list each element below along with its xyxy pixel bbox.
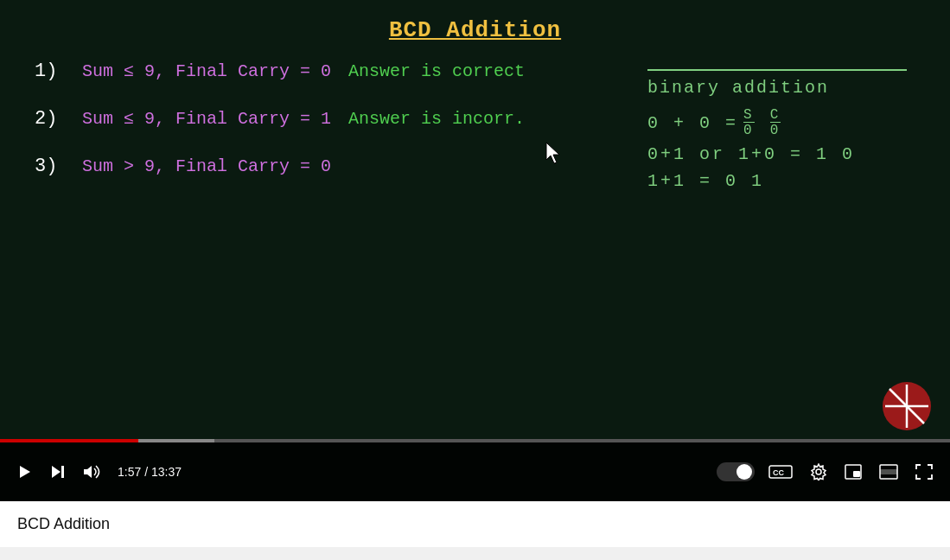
left-content: 1) Sum ≤ 9, Final Carry = 0 Answer is co… (26, 60, 647, 430)
video-page-title: BCD Addition (17, 515, 933, 533)
cc-button[interactable]: CC (765, 461, 796, 483)
autoplay-toggle[interactable] (717, 462, 755, 481)
progress-bar[interactable] (0, 439, 950, 442)
svg-point-10 (816, 469, 821, 474)
page-wrapper: BCD Addition 1) Sum ≤ 9, Final Carry = 0… (0, 0, 950, 547)
binary-row-2: 0+1 or 1+0 = 1 0 (647, 144, 907, 164)
video-title: BCD Addition (26, 17, 924, 43)
progress-buffered (138, 439, 214, 442)
item-number-3: 3) (35, 156, 65, 177)
miniplayer-button[interactable] (841, 461, 865, 483)
video-container: BCD Addition 1) Sum ≤ 9, Final Carry = 0… (0, 0, 950, 501)
item-answer-2: Answer is incorr. (348, 109, 525, 129)
time-display: 1:57 / 13:37 (118, 465, 182, 479)
item-row-1: 1) Sum ≤ 9, Final Carry = 0 Answer is co… (35, 60, 647, 82)
binary-panel: binary addition 0 + 0 = S 0 C 0 (647, 69, 907, 191)
svg-marker-4 (20, 466, 30, 478)
progress-played (0, 439, 138, 442)
item-condition-2: Sum ≤ 9, Final Carry = 1 (82, 109, 331, 129)
item-condition-3: Sum > 9, Final Carry = 0 (82, 156, 331, 176)
content-area: 1) Sum ≤ 9, Final Carry = 0 Answer is co… (26, 60, 924, 430)
binary-title: binary addition (647, 78, 907, 98)
theater-button[interactable] (876, 461, 902, 483)
svg-rect-12 (853, 471, 860, 477)
controls-row: 1:57 / 13:37 CC (0, 442, 950, 501)
svg-text:CC: CC (773, 468, 784, 477)
controls-area: 1:57 / 13:37 CC (0, 439, 950, 501)
item-condition-1: Sum ≤ 9, Final Carry = 0 (82, 61, 331, 81)
below-video: BCD Addition (0, 501, 950, 547)
svg-marker-7 (84, 466, 92, 478)
item-number-2: 2) (35, 108, 65, 130)
binary-row-3: 1+1 = 0 1 (647, 171, 907, 191)
item-number-1: 1) (35, 60, 65, 82)
right-content: binary addition 0 + 0 = S 0 C 0 (647, 60, 924, 430)
next-button[interactable] (47, 461, 69, 483)
binary-row-1: 0 + 0 = S 0 C 0 (647, 108, 907, 137)
settings-button[interactable] (807, 460, 831, 484)
svg-marker-5 (52, 466, 61, 478)
play-button[interactable] (14, 461, 36, 483)
toggle-knob (736, 464, 752, 480)
video-content: BCD Addition 1) Sum ≤ 9, Final Carry = 0… (0, 0, 950, 439)
logo (881, 380, 933, 432)
svg-rect-6 (61, 466, 64, 478)
volume-button[interactable] (80, 461, 104, 483)
item-row-2: 2) Sum ≤ 9, Final Carry = 1 Answer is in… (35, 108, 647, 130)
svg-rect-14 (880, 469, 897, 474)
item-answer-1: Answer is correct (348, 61, 525, 81)
item-row-3: 3) Sum > 9, Final Carry = 0 (35, 156, 647, 177)
fullscreen-button[interactable] (912, 461, 936, 483)
